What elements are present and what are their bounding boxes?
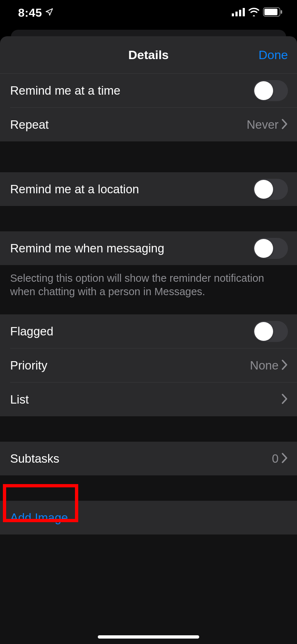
svg-rect-3 xyxy=(243,8,245,16)
done-button[interactable]: Done xyxy=(259,48,288,62)
toggle-remind-messaging[interactable] xyxy=(253,238,288,259)
chevron-right-icon xyxy=(281,393,288,406)
row-label: List xyxy=(10,393,29,406)
modal-header: Details Done xyxy=(0,36,297,74)
status-bar: 8:45 xyxy=(0,0,297,25)
row-repeat[interactable]: Repeat Never xyxy=(0,108,297,141)
svg-rect-1 xyxy=(235,12,238,16)
chevron-right-icon xyxy=(281,453,288,465)
group-messaging: Remind me when messaging xyxy=(0,231,297,265)
modal-title: Details xyxy=(128,48,169,62)
row-value: Never xyxy=(247,118,279,132)
row-remind-messaging[interactable]: Remind me when messaging xyxy=(0,231,297,265)
row-add-image[interactable]: Add Image xyxy=(0,501,297,534)
section-gap xyxy=(0,416,297,442)
row-label: Subtasks xyxy=(10,452,59,466)
svg-rect-5 xyxy=(264,9,277,15)
section-gap xyxy=(0,475,297,501)
row-label: Remind me at a location xyxy=(10,182,139,196)
row-priority[interactable]: Priority None xyxy=(0,348,297,382)
group-flag-priority-list: Flagged Priority None List xyxy=(0,314,297,416)
toggle-thumb xyxy=(254,322,273,341)
svg-rect-6 xyxy=(281,10,282,14)
row-label: Remind me when messaging xyxy=(10,242,164,255)
row-label: Flagged xyxy=(10,325,53,338)
toggle-remind-time[interactable] xyxy=(253,80,288,101)
toggle-flagged[interactable] xyxy=(253,321,288,342)
row-flagged[interactable]: Flagged xyxy=(0,314,297,348)
svg-rect-0 xyxy=(232,13,234,16)
row-label: Priority xyxy=(10,359,47,372)
status-right xyxy=(232,7,283,18)
group-location: Remind me at a location xyxy=(0,172,297,206)
home-indicator[interactable] xyxy=(98,635,199,639)
cellular-signal-icon xyxy=(232,8,245,18)
toggle-thumb xyxy=(254,81,273,100)
group-subtasks: Subtasks 0 xyxy=(0,442,297,475)
add-image-label: Add Image xyxy=(10,511,68,525)
toggle-thumb xyxy=(254,239,273,258)
row-value: None xyxy=(250,359,279,372)
wifi-icon xyxy=(248,8,259,18)
row-label: Remind me at a time xyxy=(10,84,120,98)
row-label: Repeat xyxy=(10,118,49,132)
toggle-thumb xyxy=(254,180,273,199)
row-remind-time[interactable]: Remind me at a time xyxy=(0,74,297,107)
row-list[interactable]: List xyxy=(0,383,297,416)
svg-rect-2 xyxy=(239,10,241,16)
status-time: 8:45 xyxy=(18,6,42,20)
row-remind-location[interactable]: Remind me at a location xyxy=(0,172,297,206)
messaging-footer-text: Selecting this option will show the remi… xyxy=(0,265,297,308)
details-modal: Details Done Remind me at a time Repeat … xyxy=(0,36,297,644)
battery-icon xyxy=(263,7,283,18)
section-gap xyxy=(0,141,297,172)
section-gap xyxy=(0,308,297,314)
location-services-icon xyxy=(45,8,54,18)
chevron-right-icon xyxy=(281,119,288,131)
chevron-right-icon xyxy=(281,359,288,372)
section-gap xyxy=(0,206,297,231)
row-subtasks[interactable]: Subtasks 0 xyxy=(0,442,297,475)
toggle-remind-location[interactable] xyxy=(253,179,288,200)
group-time: Remind me at a time Repeat Never xyxy=(0,74,297,141)
row-value: 0 xyxy=(272,452,279,466)
